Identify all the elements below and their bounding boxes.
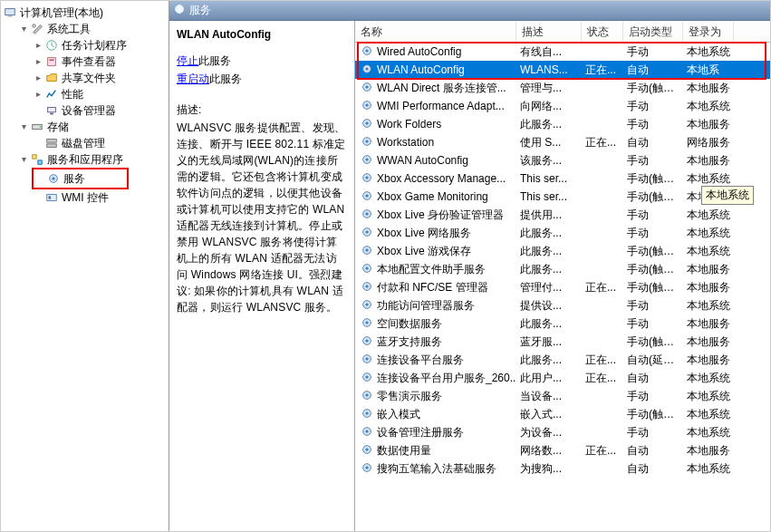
gear-icon — [361, 334, 373, 350]
svg-rect-11 — [47, 144, 57, 148]
column-headers[interactable]: 名称 描述 状态 启动类型 登录为 — [355, 21, 770, 43]
tree-shared-folders[interactable]: ▸ 共享文件夹 — [32, 70, 169, 86]
service-start-cell: 手动(触发... — [623, 407, 683, 422]
service-start-cell: 手动 — [623, 153, 683, 169]
service-row[interactable]: Wired AutoConfig有线自...手动本地系统 — [355, 43, 770, 61]
tree-storage[interactable]: ▾ 存储 — [17, 119, 169, 135]
service-row[interactable]: 连接设备平台用户服务_260...此用户...正在...自动本地系统 — [355, 369, 770, 387]
svg-rect-13 — [38, 160, 42, 164]
clock-icon — [44, 38, 59, 53]
tree-event-viewer[interactable]: ▸ 事件查看器 — [32, 53, 169, 70]
expand-icon[interactable]: ▸ — [32, 37, 44, 53]
tree-wmi-control[interactable]: WMI 控件 — [32, 189, 169, 206]
tree-services-apps[interactable]: ▾ 服务和应用程序 — [17, 151, 169, 168]
svg-point-61 — [365, 411, 368, 414]
service-logon-cell: 本地系 — [683, 63, 734, 78]
service-desc-cell: 使用 S... — [516, 135, 582, 150]
service-name-cell: Xbox Live 网络服务 — [377, 226, 471, 241]
col-start[interactable]: 启动类型 — [623, 21, 683, 42]
svg-point-63 — [365, 430, 368, 432]
expand-icon[interactable]: ▸ — [32, 86, 44, 102]
service-start-cell: 自动 — [623, 461, 683, 477]
restart-service-link[interactable]: 重启动 — [177, 73, 209, 85]
service-logon-cell: 本地服务 — [683, 443, 734, 459]
service-desc-cell: 向网络... — [516, 99, 582, 114]
col-logon[interactable]: 登录为 — [683, 21, 734, 42]
tree-label: 设备管理器 — [62, 102, 116, 119]
svg-point-27 — [365, 103, 368, 106]
expand-icon[interactable]: ▸ — [32, 70, 44, 86]
tree-performance[interactable]: ▸ 性能 — [32, 86, 169, 102]
service-logon-cell: 本地服务 — [683, 334, 734, 350]
service-start-cell: 自动 — [623, 63, 683, 78]
collapse-icon[interactable]: ▾ — [17, 21, 30, 37]
service-row[interactable]: Xbox Live 游戏保存此服务...手动(触发...本地系统 — [355, 242, 770, 260]
service-row[interactable]: Xbox Accessory Manage...This ser...手动(触发… — [355, 169, 770, 188]
description-text: WLANSVC 服务提供配置、发现、连接、断开与 IEEE 802.11 标准定… — [177, 120, 347, 315]
service-desc-cell: 此用户... — [516, 371, 582, 386]
tree-device-manager[interactable]: 设备管理器 — [32, 102, 169, 119]
service-desc-cell: 嵌入式... — [516, 407, 582, 422]
service-row[interactable]: 零售演示服务当设备...手动本地系统 — [355, 387, 770, 405]
service-row[interactable]: WWAN AutoConfig该服务...手动本地服务 — [355, 151, 770, 169]
service-row[interactable]: WLAN AutoConfigWLANS...正在...自动本地系 — [355, 61, 770, 79]
service-row[interactable]: 数据使用量网络数...正在...自动本地服务 — [355, 441, 770, 459]
svg-point-57 — [365, 375, 368, 378]
expand-icon[interactable]: ▸ — [32, 53, 44, 70]
gear-icon — [361, 81, 373, 96]
service-start-cell: 手动(触发... — [623, 262, 683, 277]
services-list[interactable]: 名称 描述 状态 启动类型 登录为 Wired AutoConfig有线自...… — [355, 21, 770, 531]
service-row[interactable]: Workstation使用 S...正在...自动网络服务 — [355, 133, 770, 151]
collapse-icon[interactable]: ▾ — [17, 119, 30, 135]
service-desc-cell: 为设备... — [516, 425, 582, 440]
service-row[interactable]: 蓝牙支持服务蓝牙服...手动(触发...本地服务 — [355, 333, 770, 351]
service-row[interactable]: 连接设备平台服务此服务...正在...自动(延迟...本地服务 — [355, 351, 770, 369]
service-desc-cell: 该服务... — [516, 153, 582, 169]
service-name-cell: Xbox Game Monitoring — [377, 190, 488, 203]
service-name-cell: Xbox Live 游戏保存 — [377, 244, 471, 259]
tree-root[interactable]: 计算机管理(本地) — [3, 5, 169, 21]
service-row[interactable]: 功能访问管理器服务提供设...手动本地系统 — [355, 296, 770, 314]
gear-icon — [361, 443, 373, 459]
service-row[interactable]: 搜狗五笔输入法基础服务为搜狗...自动本地系统 — [355, 459, 770, 478]
service-logon-cell: 本地服务 — [683, 153, 734, 169]
tree-task-scheduler[interactable]: ▸ 任务计划程序 — [32, 37, 169, 53]
tree-services[interactable]: 服务 — [34, 170, 85, 187]
col-name[interactable]: 名称 — [355, 21, 516, 42]
svg-point-51 — [365, 321, 368, 324]
header-title: 服务 — [189, 3, 211, 18]
service-row[interactable]: 本地配置文件助手服务此服务...手动(触发...本地服务 — [355, 260, 770, 278]
svg-point-41 — [365, 230, 368, 233]
service-rows[interactable]: Wired AutoConfig有线自...手动本地系统WLAN AutoCon… — [355, 43, 770, 531]
service-row[interactable]: WLAN Direct 服务连接管...管理与...手动(触发...本地服务 — [355, 79, 770, 97]
service-row[interactable]: 空间数据服务此服务...手动本地服务 — [355, 314, 770, 333]
service-row[interactable]: Xbox Live 网络服务此服务...手动本地系统 — [355, 224, 770, 242]
service-row[interactable]: Xbox Live 身份验证管理器提供用...手动本地系统 — [355, 206, 770, 224]
col-status[interactable]: 状态 — [582, 21, 623, 42]
service-desc-cell: 此服务... — [516, 262, 582, 277]
tree-disk-management[interactable]: 磁盘管理 — [32, 135, 169, 151]
svg-point-33 — [365, 158, 368, 160]
col-desc[interactable]: 描述 — [516, 21, 582, 42]
gear-icon — [361, 99, 373, 114]
navigation-tree[interactable]: 计算机管理(本地) ▾ 系统工具 ▸ 任务计划程序 ▸ — [1, 1, 169, 531]
service-row[interactable]: 付款和 NFC/SE 管理器管理付...正在...手动(触发...本地服务 — [355, 278, 770, 296]
service-row[interactable]: Work Folders此服务...手动本地服务 — [355, 115, 770, 133]
service-name-cell: 设备管理注册服务 — [377, 425, 464, 440]
tree-system-tools[interactable]: ▾ 系统工具 — [17, 21, 169, 37]
service-start-cell: 自动 — [623, 443, 683, 459]
svg-rect-7 — [50, 113, 53, 115]
service-row[interactable]: WMI Performance Adapt...向网络...手动本地系统 — [355, 97, 770, 115]
gear-icon — [361, 153, 373, 169]
service-desc-cell: 此服务... — [516, 353, 582, 368]
service-desc-cell: 有线自... — [516, 44, 582, 60]
service-row[interactable]: 嵌入模式嵌入式...手动(触发...本地系统 — [355, 405, 770, 423]
gear-icon — [361, 407, 373, 422]
collapse-icon[interactable]: ▾ — [17, 151, 30, 168]
service-logon-cell: 本地系统 — [683, 425, 734, 440]
service-row[interactable]: 设备管理注册服务为设备...手动本地系统 — [355, 423, 770, 441]
svg-point-29 — [365, 121, 368, 124]
stop-suffix: 此服务 — [198, 54, 231, 67]
service-start-cell: 手动 — [623, 208, 683, 223]
stop-service-link[interactable]: 停止 — [177, 54, 198, 67]
